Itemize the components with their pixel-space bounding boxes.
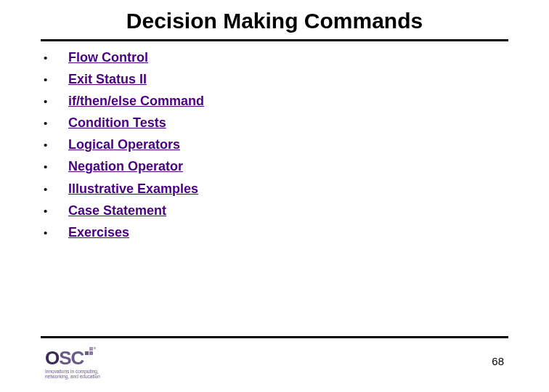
- link-case-statement[interactable]: Case Statement: [68, 201, 166, 220]
- bullet-icon: •: [44, 50, 68, 66]
- bullet-icon: •: [44, 72, 68, 88]
- slide-title: Decision Making Commands: [0, 9, 549, 33]
- title-divider: [41, 39, 508, 41]
- osc-logo: OSC Innovations in computing, networking…: [45, 348, 125, 379]
- bullet-icon: •: [44, 181, 68, 197]
- list-item: • Logical Operators: [44, 135, 494, 154]
- svg-rect-1: [89, 351, 93, 355]
- bullet-icon: •: [44, 225, 68, 241]
- footer-divider: [41, 336, 508, 338]
- bullet-icon: •: [44, 94, 68, 110]
- list-item: • Exit Status II: [44, 70, 494, 89]
- tagline-line1: Innovations in computing,: [45, 369, 125, 374]
- logo-squares-icon: [85, 346, 98, 359]
- logo-letter-o: O: [45, 347, 59, 369]
- list-item: • if/then/else Command: [44, 91, 494, 110]
- link-negation-operator[interactable]: Negation Operator: [68, 157, 183, 176]
- list-item: • Condition Tests: [44, 113, 494, 132]
- logo-main: OSC: [45, 348, 125, 367]
- logo-text: OSC: [45, 348, 84, 367]
- tagline-line2: networking, and education: [45, 374, 125, 379]
- slide: Decision Making Commands • Flow Control …: [0, 0, 549, 392]
- bullet-icon: •: [44, 159, 68, 175]
- link-logical-operators[interactable]: Logical Operators: [68, 135, 180, 154]
- svg-rect-3: [94, 347, 96, 349]
- bullet-icon: •: [44, 115, 68, 131]
- link-exit-status[interactable]: Exit Status II: [68, 70, 147, 89]
- bullet-icon: •: [44, 137, 68, 153]
- link-condition-tests[interactable]: Condition Tests: [68, 113, 166, 132]
- page-number: 68: [492, 355, 504, 367]
- bullet-icon: •: [44, 203, 68, 219]
- list-item: • Illustrative Examples: [44, 179, 494, 198]
- list-item: • Flow Control: [44, 48, 494, 67]
- link-exercises[interactable]: Exercises: [68, 223, 129, 242]
- link-if-then-else[interactable]: if/then/else Command: [68, 91, 204, 110]
- logo-letter-c: C: [71, 347, 84, 369]
- list-item: • Exercises: [44, 223, 494, 242]
- list-item: • Case Statement: [44, 201, 494, 220]
- link-illustrative-examples[interactable]: Illustrative Examples: [68, 179, 198, 198]
- list-item: • Negation Operator: [44, 157, 494, 176]
- svg-rect-0: [85, 351, 89, 355]
- logo-letter-s: S: [59, 347, 70, 369]
- logo-tagline: Innovations in computing, networking, an…: [45, 369, 125, 379]
- svg-rect-2: [89, 347, 93, 351]
- content-list: • Flow Control • Exit Status II • if/the…: [44, 48, 494, 245]
- link-flow-control[interactable]: Flow Control: [68, 48, 148, 67]
